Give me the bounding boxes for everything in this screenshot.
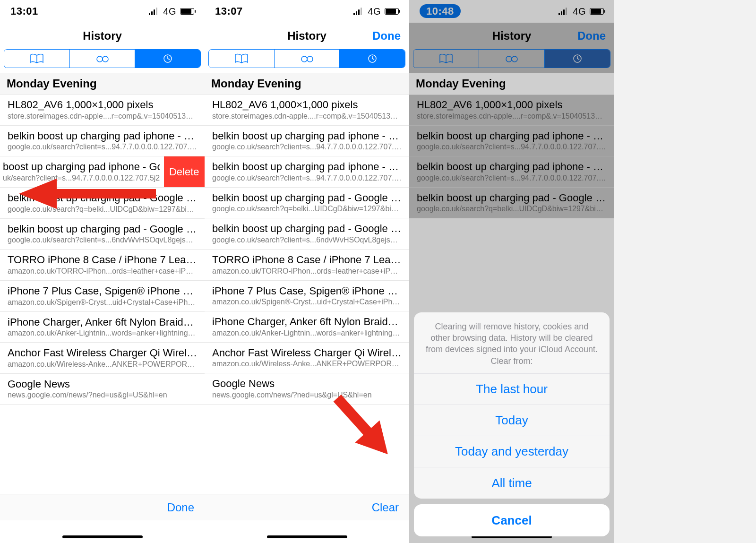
history-url: store.storeimages.cdn-apple....r=comp&.v…	[417, 112, 607, 121]
history-url: amazon.co.uk/TORRO-iPhon...ords=leather+…	[8, 267, 197, 276]
home-indicator[interactable]	[267, 535, 347, 538]
history-url: amazon.co.uk/Wireless-Anke...ANKER+POWER…	[8, 360, 197, 369]
history-title: iPhone Charger, Anker 6ft Nylon Braided …	[8, 316, 197, 329]
history-url: amazon.co.uk/Spigen®-Cryst...uid+Crystal…	[8, 298, 197, 307]
clear-button[interactable]: Clear	[372, 501, 399, 514]
section-header: Monday Evening	[0, 73, 205, 95]
history-title: belkin boost up charging pad iphone - Go…	[8, 129, 197, 143]
list-item[interactable]: iPhone 7 Plus Case, Spigen® iPhone 8 Plu…	[0, 281, 205, 312]
signal-icon	[149, 8, 157, 15]
history-title: belkin boost up charging pad iphone - Go…	[212, 160, 402, 174]
glasses-icon	[300, 53, 314, 64]
history-title: belkin boost up charging pad - Google Se…	[417, 191, 607, 205]
nav-bar: History Done	[205, 23, 409, 49]
list-item[interactable]: Google Newsnews.google.com/news/?ned=us&…	[205, 373, 409, 405]
history-url: google.co.uk/search?client=s...6ndvWvHSO…	[212, 236, 402, 244]
list-item[interactable]: Google News news.google.com/news/?ned=us…	[0, 374, 205, 405]
history-list: HL802_AV6 1,000×1,000 pixelsstore.storei…	[205, 95, 409, 405]
delete-button[interactable]: Delete	[164, 156, 205, 187]
clear-all-time-button[interactable]: All time	[414, 467, 610, 499]
history-list: HL802_AV6 1,000×1,000 pixelsstore.storei…	[409, 95, 614, 218]
seg-history	[544, 50, 610, 68]
segmented-control-wrap	[205, 49, 409, 73]
history-title: belkin boost up charging pad iphone - Go…	[417, 129, 607, 143]
cancel-button[interactable]: Cancel	[414, 504, 610, 536]
svg-point-11	[512, 56, 517, 62]
book-icon	[234, 53, 249, 64]
list-item: belkin boost up charging pad iphone - Go…	[409, 126, 614, 157]
history-title: belkin boost up charging pad - Google Se…	[8, 223, 197, 236]
done-button[interactable]: Done	[167, 501, 194, 514]
history-url: google.co.uk/search?q=belki...UIDCgD&biw…	[8, 205, 197, 214]
bottom-toolbar: Done	[0, 494, 205, 520]
history-title: boost up charging pad iphone - Goo...	[3, 160, 160, 174]
list-item[interactable]: HL802_AV6 1,000×1,000 pixels store.store…	[0, 95, 205, 126]
bottom-toolbar: Clear	[205, 494, 409, 520]
history-title: Anchor Fast Wireless Charger Qi Wireless…	[212, 346, 402, 360]
svg-point-1	[103, 56, 108, 62]
history-url: amazon.co.uk/Anker-Lightnin...words=anke…	[8, 329, 197, 337]
seg-reading-list	[479, 50, 544, 68]
status-bar: 10:48 4G	[409, 0, 614, 23]
list-item[interactable]: TORRO iPhone 8 Case / iPhone 7 Leather..…	[0, 250, 205, 281]
history-title: belkin boost up charging pad iphone - Go…	[212, 129, 402, 143]
done-button[interactable]: Done	[372, 29, 401, 43]
status-time-pill: 10:48	[420, 4, 461, 18]
status-bar: 13:07 4G	[205, 0, 409, 23]
seg-bookmarks[interactable]	[4, 50, 69, 68]
list-item[interactable]: belkin boost up charging pad - Google Se…	[0, 188, 205, 219]
history-title: HL802_AV6 1,000×1,000 pixels	[8, 98, 197, 112]
section-header: Monday Evening	[205, 73, 409, 95]
seg-bookmarks[interactable]	[209, 50, 274, 68]
list-item[interactable]: TORRO iPhone 8 Case / iPhone 7 Leather..…	[205, 250, 409, 281]
list-item[interactable]: HL802_AV6 1,000×1,000 pixelsstore.storei…	[205, 95, 409, 126]
history-url: news.google.com/news/?ned=us&gl=US&hl=en	[212, 391, 402, 399]
list-item[interactable]: belkin boost up charging pad iphone - Go…	[205, 126, 409, 157]
segmented-control[interactable]	[208, 49, 405, 68]
list-item[interactable]: belkin boost up charging pad - Google Se…	[205, 218, 409, 250]
seg-history[interactable]	[135, 50, 200, 68]
book-icon	[30, 53, 44, 64]
screen-1-swipe-delete: 13:01 4G History Mond	[0, 0, 205, 543]
seg-reading-list[interactable]	[274, 50, 340, 68]
seg-history[interactable]	[339, 50, 405, 68]
segmented-control[interactable]	[4, 49, 201, 68]
page-title: History	[492, 29, 532, 43]
list-item[interactable]: iPhone 7 Plus Case, Spigen® iPhone 8 Plu…	[205, 281, 409, 312]
done-button[interactable]: Done	[577, 29, 606, 43]
list-item[interactable]: Anchor Fast Wireless Charger Qi Wireless…	[205, 343, 409, 374]
history-title: iPhone 7 Plus Case, Spigen® iPhone 8 Plu…	[8, 284, 197, 298]
section-header: Monday Evening	[409, 73, 614, 95]
battery-icon	[180, 8, 194, 15]
status-right: 4G	[149, 6, 194, 17]
clock-icon	[161, 53, 175, 64]
list-item[interactable]: iPhone Charger, Anker 6ft Nylon Braided …	[0, 312, 205, 343]
svg-point-0	[97, 56, 103, 62]
history-url: google.co.uk/search?client=s...94.7.7.0.…	[8, 143, 197, 151]
list-item[interactable]: belkin boost up charging pad - Google Se…	[0, 219, 205, 250]
status-time: 13:07	[215, 5, 243, 17]
history-url: store.storeimages.cdn-apple....r=comp&.v…	[212, 112, 402, 121]
seg-reading-list[interactable]	[69, 50, 135, 68]
history-url: store.storeimages.cdn-apple....r=comp&.v…	[8, 112, 197, 121]
history-url: amazon.co.uk/Anker-Lightnin...words=anke…	[212, 329, 402, 337]
list-item[interactable]: belkin boost up charging pad - Google Se…	[205, 188, 409, 219]
seg-bookmarks	[413, 50, 479, 68]
list-item[interactable]: iPhone Charger, Anker 6ft Nylon Braided …	[205, 311, 409, 343]
home-indicator[interactable]	[62, 535, 143, 538]
list-item[interactable]: Anchor Fast Wireless Charger Qi Wireless…	[0, 343, 205, 374]
clear-last-hour-button[interactable]: The last hour	[414, 374, 610, 405]
list-item[interactable]: belkin boost up charging pad iphone - Go…	[205, 156, 409, 188]
page-title: History	[287, 29, 326, 43]
signal-icon	[353, 8, 362, 15]
history-url: amazon.co.uk/TORRO-iPhon...ords=leather+…	[212, 267, 402, 276]
list-item-swiped[interactable]: boost up charging pad iphone - Goo... uk…	[0, 156, 205, 188]
clear-today-button[interactable]: Today	[414, 405, 610, 436]
history-title: Google News	[8, 378, 197, 391]
list-item: belkin boost up charging pad - Google Se…	[409, 188, 614, 219]
action-sheet: Clearing will remove history, cookies an…	[414, 312, 610, 536]
list-item[interactable]: belkin boost up charging pad iphone - Go…	[0, 126, 205, 157]
book-icon	[439, 53, 453, 64]
clear-today-yesterday-button[interactable]: Today and yesterday	[414, 436, 610, 467]
action-sheet-group: Clearing will remove history, cookies an…	[414, 312, 610, 499]
